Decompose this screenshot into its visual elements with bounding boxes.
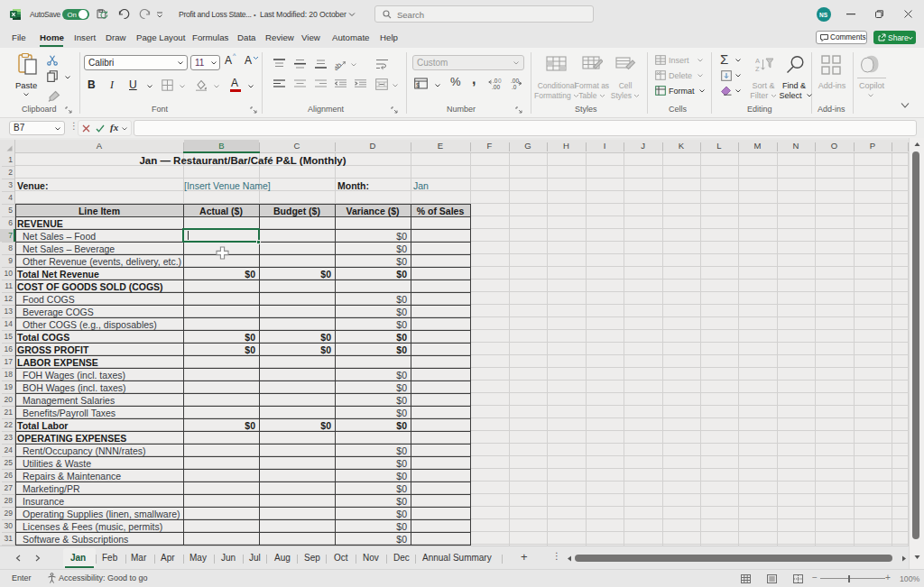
svg-text:.0: .0 <box>512 84 517 90</box>
svg-text:A: A <box>755 57 760 65</box>
svg-text:$: $ <box>416 82 420 88</box>
svg-text:.00: .00 <box>492 84 500 90</box>
svg-text:Z: Z <box>755 65 760 73</box>
svg-text:ab: ab <box>335 60 344 70</box>
